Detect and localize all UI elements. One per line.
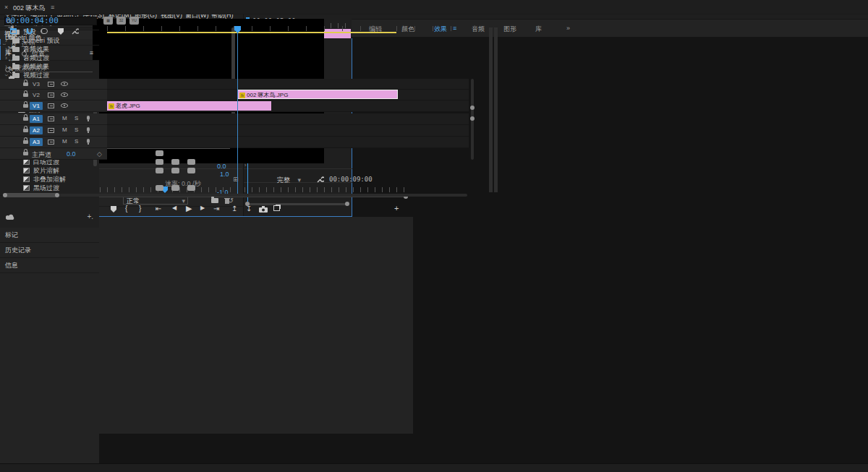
mute-button[interactable]: M	[62, 126, 67, 133]
lock-icon[interactable]	[23, 152, 28, 155]
cloud-sync-icon[interactable]	[6, 214, 15, 220]
slip-tool[interactable]: ↔	[5, 54, 17, 64]
step-forward-icon[interactable]: ▶	[200, 205, 205, 211]
lift-icon[interactable]: ↥	[231, 205, 237, 213]
workspace-tab-audio[interactable]: 音频	[472, 25, 485, 34]
mute-button[interactable]: M	[62, 138, 67, 145]
panel-tab-history[interactable]: 历史记录	[0, 243, 99, 258]
insert-overwrite-sequence-icon[interactable]	[10, 28, 17, 34]
tab-sequence[interactable]: 002 啄木鸟	[13, 4, 46, 13]
track-a3-badge[interactable]: A3	[30, 138, 43, 146]
program-duration: 00:00:09:00	[329, 176, 373, 183]
clip-v1-tiger[interactable]: fx老虎.JPG	[107, 101, 271, 111]
sync-lock-icon[interactable]	[48, 116, 54, 121]
play-button-icon[interactable]: ▶	[186, 204, 192, 213]
tree-item-audio-transitions[interactable]: › 音频过渡	[0, 53, 230, 62]
export-frame-camera-icon[interactable]	[259, 206, 268, 213]
mark-in-icon[interactable]: {	[125, 205, 127, 213]
filter-32bpc-icon[interactable]: 32	[116, 17, 126, 25]
master-keyframe-icon[interactable]: ◇	[97, 150, 102, 158]
extract-icon[interactable]: ↧	[246, 205, 252, 213]
solo-button[interactable]: S	[75, 126, 78, 133]
scrollbar-handle-dot[interactable]	[470, 116, 475, 121]
workspace-tab-libraries[interactable]: 库	[535, 25, 542, 34]
track-output-eye-icon[interactable]	[61, 103, 68, 108]
scrollbar-handle-dot[interactable]	[55, 193, 59, 197]
track-a1-badge[interactable]: A1	[30, 115, 43, 123]
snap-magnet-icon[interactable]	[27, 28, 33, 34]
sync-lock-icon[interactable]	[48, 93, 54, 98]
linked-selection-icon[interactable]	[41, 28, 48, 34]
tree-item-audio-effects[interactable]: › 音频效果	[0, 45, 230, 53]
clip-v2-woodpecker-selected[interactable]: fx002 啄木鸟.JPG	[237, 90, 398, 99]
razor-tool[interactable]: ✂	[5, 43, 17, 53]
timeline-hscrollbar-track[interactable]	[4, 194, 467, 197]
close-sequence-icon[interactable]: ×	[4, 4, 8, 11]
lock-icon[interactable]	[23, 93, 28, 97]
playback-quality-dropdown[interactable]: 完整 ▾	[277, 176, 301, 185]
mute-button[interactable]: M	[62, 115, 67, 121]
track-v1-badge[interactable]: V1	[30, 102, 43, 110]
pen-tool[interactable]: ✎	[5, 64, 17, 74]
track-v2-badge[interactable]: V2	[30, 91, 43, 99]
track-v3-badge[interactable]: V3	[30, 80, 43, 88]
track-a2-badge[interactable]: A2	[30, 126, 43, 134]
filter-yuv-icon[interactable]: YU	[129, 17, 139, 25]
solo-button[interactable]: S	[75, 115, 78, 121]
go-to-out-icon[interactable]: ⇥	[213, 205, 219, 213]
solo-button[interactable]: S	[75, 138, 78, 145]
tree-item-lumetri-presets[interactable]: › Lumetri 预设	[0, 36, 230, 45]
new-bin-icon[interactable]	[211, 198, 218, 203]
track-a3-body[interactable]	[107, 137, 469, 148]
voiceover-mic-icon[interactable]	[87, 139, 90, 143]
add-marker-icon[interactable]	[111, 206, 116, 213]
filter-accelerated-icon[interactable]: ▦	[103, 17, 113, 25]
sync-lock-icon[interactable]	[48, 82, 54, 87]
timeline-timecode[interactable]: 00:00:04:00	[6, 16, 59, 25]
panel-tab-markers[interactable]: 标记	[0, 228, 99, 243]
timeline-settings-wrench-icon[interactable]	[72, 27, 79, 35]
timeline-hscrollbar-handle[interactable]	[4, 193, 58, 197]
track-v3-body[interactable]	[107, 79, 469, 90]
trash-icon[interactable]	[224, 197, 230, 204]
mark-out-icon[interactable]: }	[139, 205, 141, 213]
sync-lock-icon[interactable]	[48, 103, 54, 108]
scrollbar-handle-dot[interactable]	[3, 193, 7, 197]
tree-item-non-additive-dissolve[interactable]: 非叠加溶解	[0, 175, 230, 184]
sync-lock-icon[interactable]	[48, 128, 54, 133]
timeline-playhead-line[interactable]	[237, 32, 238, 194]
tree-item-film-dissolve[interactable]: 胶片溶解	[0, 166, 230, 175]
lock-icon[interactable]	[23, 140, 28, 144]
lock-icon[interactable]	[23, 82, 28, 86]
lock-icon[interactable]	[23, 129, 28, 132]
settings-wrench-icon[interactable]	[317, 176, 324, 183]
master-track-label[interactable]: 主声道	[32, 150, 51, 160]
add-to-library-icon[interactable]: +.	[87, 213, 93, 220]
work-area-bar[interactable]	[107, 32, 396, 33]
step-back-icon[interactable]: ◀	[172, 205, 176, 211]
lock-icon[interactable]	[23, 104, 28, 108]
voiceover-mic-icon[interactable]	[87, 127, 90, 132]
timeline-ruler[interactable]	[107, 26, 469, 31]
track-a2-body[interactable]	[107, 125, 469, 137]
track-output-eye-icon[interactable]	[61, 93, 68, 97]
scrollbar-handle-dot[interactable]	[470, 106, 475, 110]
sync-lock-icon[interactable]	[48, 140, 54, 145]
track-output-eye-icon[interactable]	[61, 82, 68, 86]
voiceover-mic-icon[interactable]	[87, 116, 90, 120]
master-volume-value[interactable]: 0.0	[67, 150, 76, 158]
playback-quality-value: 完整	[277, 176, 290, 184]
tree-item-dip-to-black[interactable]: 黑场过渡	[0, 184, 230, 194]
track-a1-body[interactable]	[107, 113, 469, 125]
track-header-a1: A1 M S	[0, 113, 107, 125]
button-editor-plus-icon[interactable]: +	[394, 204, 399, 213]
panel-tab-info[interactable]: 信息	[0, 258, 99, 273]
keyframe-marker-icon[interactable]: ›	[244, 163, 246, 168]
panel-menu-icon[interactable]: ≡	[51, 4, 54, 11]
workspace-tab-graphics[interactable]: 图形	[503, 25, 516, 34]
workspace-overflow-icon[interactable]: »	[566, 25, 570, 32]
lock-icon[interactable]	[23, 117, 28, 121]
comparison-view-icon[interactable]	[273, 205, 280, 211]
tree-item-video-effects[interactable]: › 视频效果	[0, 62, 230, 71]
go-to-in-icon[interactable]: ⇤	[156, 205, 161, 213]
